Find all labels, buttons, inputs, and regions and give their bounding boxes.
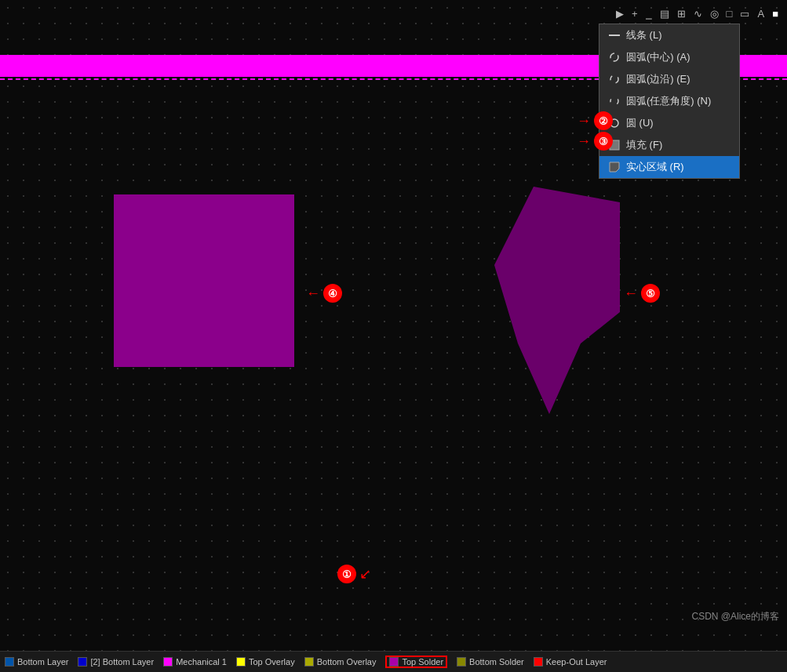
menu-item-line[interactable]: 线条 (L)	[599, 24, 739, 46]
layer-color-top-solder	[389, 657, 399, 667]
toolbar-line-icon[interactable]: ⎯	[643, 6, 654, 21]
solid-region-icon	[609, 162, 620, 173]
toolbar: ▶ + ⎯ ▤ ⊞ ∿ ◎ □ ▭ A ■	[614, 6, 781, 21]
toolbar-grid-icon[interactable]: ⊞	[675, 6, 688, 21]
annotation-arrow-3: →	[577, 134, 591, 148]
shape-rectangle	[114, 194, 294, 367]
annotation-circle-2: ②	[594, 111, 613, 130]
status-bar: Bottom Layer [2] Bottom Layer Mechanical…	[0, 651, 787, 672]
watermark: CSDN @Alice的博客	[691, 610, 779, 623]
layer-item-top-solder[interactable]: Top Solder	[385, 656, 447, 668]
layer-item-bottom-layer[interactable]: Bottom Layer	[5, 657, 68, 667]
menu-item-arc-center[interactable]: 圆弧(中心) (A)	[599, 46, 739, 68]
layer-color-bottom-layer	[5, 657, 14, 667]
toolbar-target-icon[interactable]: ◎	[708, 6, 721, 21]
layer-item-bottom-layer-2[interactable]: [2] Bottom Layer	[78, 657, 154, 667]
annotation-5: ← ⑤	[624, 284, 660, 303]
annotation-3: ③ →	[577, 132, 613, 151]
annotation-1: ① ↙	[337, 565, 371, 583]
annotation-circle-4: ④	[323, 284, 342, 303]
toolbar-square-icon[interactable]: □	[724, 6, 735, 21]
toolbar-wave-icon[interactable]: ∿	[691, 6, 705, 21]
menu-item-fill[interactable]: 填充 (F)	[599, 134, 739, 156]
arc-any-icon	[609, 96, 620, 107]
annotation-arrow-4: ←	[306, 286, 320, 300]
layer-color-bottom-solder	[457, 657, 466, 667]
layer-item-bottom-overlay[interactable]: Bottom Overlay	[304, 657, 377, 667]
toolbar-active-icon[interactable]: ■	[770, 6, 781, 21]
toolbar-cursor-icon[interactable]: ▶	[614, 6, 626, 21]
annotation-2: ② →	[577, 111, 613, 130]
toolbar-plus-icon[interactable]: +	[629, 6, 640, 21]
layer-color-bottom-overlay	[304, 657, 314, 667]
annotation-arrow-1: ↙	[359, 567, 371, 581]
toolbar-rect-icon[interactable]: ▭	[738, 6, 752, 21]
annotation-circle-1: ①	[337, 565, 356, 583]
shape-polygon	[483, 187, 632, 414]
arc-center-icon	[609, 52, 620, 63]
toolbar-text-icon[interactable]: A	[755, 6, 767, 21]
svg-point-3	[610, 97, 618, 105]
line-menu-icon	[609, 30, 620, 41]
svg-marker-7	[494, 187, 620, 414]
svg-point-2	[610, 75, 618, 83]
layer-color-mechanical-1	[163, 657, 173, 667]
annotation-4: ← ④	[306, 284, 342, 303]
main-canvas: ▶ + ⎯ ▤ ⊞ ∿ ◎ □ ▭ A ■ 线条 (L) 圆弧(中心) (A)	[0, 0, 787, 651]
annotation-arrow-2: →	[577, 114, 591, 128]
arc-edge-icon	[609, 74, 620, 85]
annotation-circle-5: ⑤	[641, 284, 660, 303]
annotation-circle-3: ③	[594, 132, 613, 151]
menu-item-arc-any[interactable]: 圆弧(任意角度) (N)	[599, 90, 739, 112]
svg-marker-6	[610, 162, 619, 172]
layer-item-bottom-solder[interactable]: Bottom Solder	[457, 657, 524, 667]
svg-point-1	[610, 53, 618, 61]
context-menu: 线条 (L) 圆弧(中心) (A) 圆弧(边沿) (E) 圆弧(任意角度) (N…	[599, 24, 740, 179]
toolbar-bar-icon[interactable]: ▤	[658, 6, 672, 21]
menu-item-circle[interactable]: 圆 (U)	[599, 112, 739, 134]
layer-item-keep-out[interactable]: Keep-Out Layer	[534, 657, 607, 667]
layer-color-top-overlay	[236, 657, 246, 667]
layer-color-bottom-layer-2	[78, 657, 87, 667]
layer-item-mechanical-1[interactable]: Mechanical 1	[163, 657, 227, 667]
layer-item-top-overlay[interactable]: Top Overlay	[236, 657, 295, 667]
menu-item-solid-region[interactable]: 实心区域 (R)	[599, 156, 739, 178]
menu-item-arc-edge[interactable]: 圆弧(边沿) (E)	[599, 68, 739, 90]
layer-color-keep-out	[534, 657, 543, 667]
annotation-arrow-5: ←	[624, 286, 638, 300]
